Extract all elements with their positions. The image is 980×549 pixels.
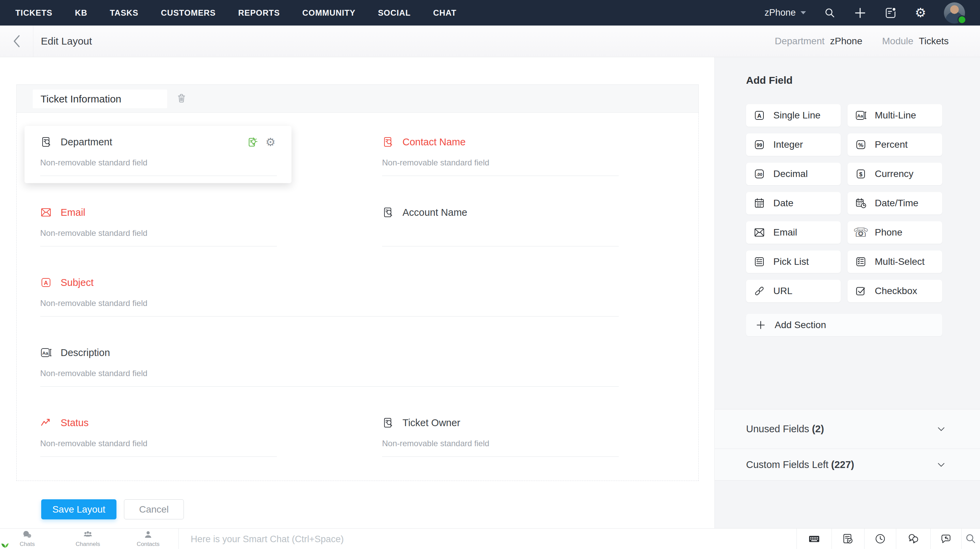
field-subject[interactable]: A Subject Non-removable standard field: [40, 267, 619, 317]
add-field-email[interactable]: Email: [746, 221, 841, 244]
svg-text:A: A: [757, 113, 761, 119]
field-label: Description: [60, 347, 110, 359]
unused-fields-accordion[interactable]: Unused Fields (2): [715, 409, 980, 449]
button-label: Multi-Select: [875, 256, 924, 267]
add-field-multi-line[interactable]: Aa Multi-Line: [848, 104, 942, 127]
custom-fields-left-label: Custom Fields Left: [746, 459, 829, 470]
notifications-icon[interactable]: [884, 6, 897, 19]
zia-suggestion-icon[interactable]: [247, 136, 258, 148]
zoho-desk-edit-layout: TICKETS KB TASKS CUSTOMERS REPORTS COMMU…: [0, 0, 980, 549]
field-underline: [382, 246, 619, 246]
field-contact-name[interactable]: Contact Name Non-removable standard fiel…: [382, 127, 619, 176]
status-icon: [40, 417, 52, 428]
department-selector-label: zPhone: [764, 8, 796, 18]
custom-fields-left-accordion[interactable]: Custom Fields Left (227): [715, 449, 980, 481]
nav-tasks[interactable]: TASKS: [110, 8, 138, 18]
field-status[interactable]: Status Non-removable standard field: [40, 408, 277, 457]
avatar[interactable]: [944, 2, 965, 24]
add-field-currency[interactable]: $ Currency: [848, 163, 942, 185]
currency-icon: $: [854, 168, 867, 180]
field-description-field[interactable]: Aa Description Non-removable standard fi…: [40, 337, 619, 387]
search-icon[interactable]: [824, 7, 836, 19]
history-clock-icon[interactable]: [864, 528, 896, 549]
svg-text:99: 99: [757, 142, 762, 148]
chevron-down-icon: [937, 427, 945, 431]
add-field-phone[interactable]: ☏ Phone: [848, 221, 942, 244]
add-icon[interactable]: [854, 6, 867, 19]
department-label: Department: [775, 36, 824, 47]
lookup-icon: [382, 206, 394, 218]
single-line-icon: A: [40, 277, 52, 288]
field-description: Non-removable standard field: [40, 158, 277, 167]
nav-reports[interactable]: REPORTS: [239, 8, 280, 18]
add-field-grid: A Single Line Aa Multi-Line 99: [746, 104, 942, 302]
field-gear-icon[interactable]: ⚙: [265, 136, 275, 148]
multi-line-icon: Aa: [40, 347, 52, 359]
button-label: Checkbox: [875, 286, 917, 297]
add-section-button[interactable]: Add Section: [746, 314, 942, 336]
field-account-name[interactable]: Account Name: [382, 197, 619, 246]
svg-text:.00: .00: [756, 172, 762, 177]
add-field-decimal[interactable]: .00 Decimal: [746, 163, 841, 185]
svg-text:A: A: [44, 280, 48, 286]
nav-chat[interactable]: CHAT: [433, 8, 456, 18]
field-department[interactable]: Department Non-removable standard field …: [40, 127, 277, 176]
page-title: Edit Layout: [41, 25, 92, 57]
add-field-date[interactable]: Date: [746, 192, 841, 214]
nav-tickets[interactable]: TICKETS: [15, 8, 52, 18]
nav-social[interactable]: SOCIAL: [378, 8, 410, 18]
chats-tab[interactable]: Chats: [7, 528, 48, 549]
add-field-integer[interactable]: 99 Integer: [746, 133, 841, 156]
field-label: Department: [60, 136, 112, 148]
smart-chat-input[interactable]: [186, 528, 777, 549]
page-header: Edit Layout Department zPhone Module Tic…: [0, 25, 980, 57]
field-underline: [40, 176, 277, 176]
chats-label: Chats: [20, 541, 35, 547]
channels-tab[interactable]: Channels: [67, 528, 108, 549]
tasks-done-icon[interactable]: [832, 528, 864, 549]
add-field-heading: Add Field: [746, 75, 793, 86]
nav-community[interactable]: COMMUNITY: [302, 8, 355, 18]
button-label: Currency: [875, 168, 913, 179]
integer-icon: 99: [753, 139, 766, 151]
smart-chat-bar: Chats Channels Contacts: [0, 528, 980, 549]
single-line-icon: A: [753, 109, 766, 121]
keyboard-shortcuts-icon[interactable]: [797, 528, 832, 549]
field-email[interactable]: Email Non-removable standard field: [40, 197, 277, 246]
department-selector[interactable]: zPhone: [764, 8, 806, 18]
search-icon[interactable]: [961, 528, 980, 549]
custom-fields-left-count: (227): [831, 459, 854, 470]
button-label: URL: [773, 286, 792, 297]
field-description: Non-removable standard field: [382, 158, 619, 167]
percent-icon: %: [854, 139, 867, 151]
add-field-percent[interactable]: % Percent: [848, 133, 942, 156]
trash-icon[interactable]: [176, 93, 187, 104]
module-label: Module: [882, 36, 913, 47]
button-label: Multi-Line: [875, 110, 916, 121]
field-underline: [40, 246, 277, 246]
field-ticket-owner[interactable]: Ticket Owner Non-removable standard fiel…: [382, 408, 619, 457]
add-field-pick-list[interactable]: Pick List: [746, 251, 841, 273]
field-label: Ticket Owner: [402, 417, 460, 428]
field-underline: [382, 456, 619, 457]
section-title-input[interactable]: Ticket Information: [33, 89, 167, 108]
multi-select-icon: [854, 256, 867, 268]
save-layout-button[interactable]: Save Layout: [41, 499, 116, 519]
field-description: Non-removable standard field: [40, 298, 619, 308]
conversations-icon[interactable]: [896, 528, 930, 549]
back-button[interactable]: [0, 25, 33, 57]
add-field-url[interactable]: URL: [746, 280, 841, 302]
layout-canvas: Ticket Information Department: [0, 57, 714, 549]
add-field-multi-select[interactable]: Multi-Select: [848, 251, 942, 273]
nav-kb[interactable]: KB: [75, 8, 87, 18]
add-field-datetime[interactable]: Date/Time: [848, 192, 942, 214]
field-underline: [40, 386, 619, 387]
add-field-checkbox[interactable]: Checkbox: [848, 280, 942, 302]
nav-customers[interactable]: CUSTOMERS: [161, 8, 216, 18]
cancel-button[interactable]: Cancel: [124, 499, 184, 519]
reply-bubble-icon[interactable]: [930, 528, 961, 549]
add-field-single-line[interactable]: A Single Line: [746, 104, 841, 127]
button-label: Date/Time: [875, 198, 918, 209]
gear-icon[interactable]: ⚙: [915, 6, 926, 19]
contacts-tab[interactable]: Contacts: [128, 528, 169, 549]
